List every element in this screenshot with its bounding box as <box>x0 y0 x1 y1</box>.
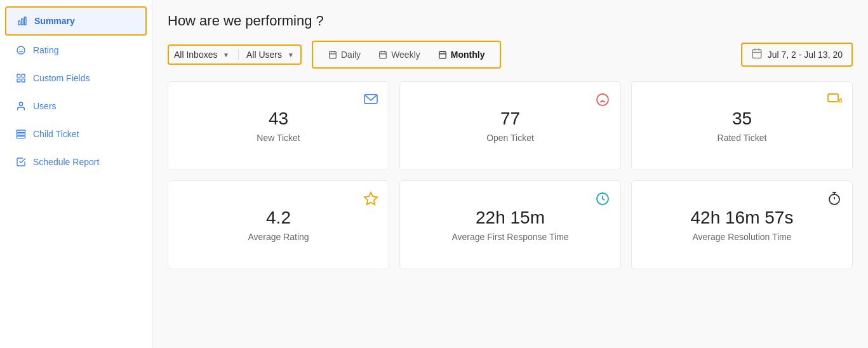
date-range-text: Jul 7, 2 - Jul 13, 20 <box>768 50 843 60</box>
svg-rect-0 <box>18 21 20 25</box>
inbox-select[interactable]: All Inboxes <box>174 50 230 60</box>
svg-point-10 <box>19 102 22 105</box>
sidebar-label-users: Users <box>33 101 57 111</box>
svg-point-31 <box>597 94 608 105</box>
calendar-icon <box>751 48 763 62</box>
svg-point-3 <box>17 46 25 54</box>
svg-rect-14 <box>330 51 337 58</box>
sidebar-label-custom-fields: Custom Fields <box>33 73 90 83</box>
main-content: How are we performing ? All Inboxes ▼ Al… <box>152 0 868 348</box>
clock-icon <box>595 191 610 209</box>
avg-response-value: 22h 15m <box>476 208 545 228</box>
svg-rect-8 <box>17 79 20 82</box>
sidebar-label-rating: Rating <box>33 45 58 55</box>
sidebar: Summary Rating Custom Fields Users <box>0 0 152 348</box>
sidebar-label-summary: Summary <box>34 16 75 26</box>
metric-card-open-ticket: 77 Open Ticket <box>399 81 621 170</box>
new-ticket-value: 43 <box>269 109 288 129</box>
svg-rect-7 <box>22 74 25 77</box>
sidebar-label-child-ticket: Child Ticket <box>33 129 79 139</box>
metric-card-avg-rating: 4.2 Average Rating <box>168 180 389 269</box>
filter-divider <box>238 50 239 60</box>
controls-row: All Inboxes ▼ All Users ▼ Daily Weekly <box>168 41 853 69</box>
svg-rect-6 <box>17 74 20 77</box>
rated-ticket-label: Rated Ticket <box>718 133 767 143</box>
svg-marker-35 <box>839 98 842 102</box>
sidebar-item-users[interactable]: Users <box>5 93 147 119</box>
monthly-icon <box>438 50 447 59</box>
metrics-grid: 43 New Ticket 77 Open Ticket 35 Rated Ti… <box>168 81 853 269</box>
user-icon <box>15 100 27 112</box>
filter-group: All Inboxes ▼ All Users ▼ <box>168 44 302 65</box>
period-group: Daily Weekly Monthly <box>312 41 501 69</box>
monthly-label: Monthly <box>451 50 485 60</box>
metric-card-avg-resolution: 42h 16m 57s Average Resolution Time <box>631 180 853 269</box>
sidebar-item-custom-fields[interactable]: Custom Fields <box>5 65 147 91</box>
svg-marker-36 <box>364 192 377 204</box>
page-title: How are we performing ? <box>168 13 853 29</box>
layers-icon <box>15 128 27 140</box>
smiley-icon <box>15 44 27 56</box>
message-icon <box>363 92 378 110</box>
new-ticket-label: New Ticket <box>257 133 300 143</box>
metric-card-avg-response: 22h 15m Average First Response Time <box>399 180 621 269</box>
weekly-icon <box>378 50 387 59</box>
avg-resolution-value: 42h 16m 57s <box>691 208 794 228</box>
date-range-group[interactable]: Jul 7, 2 - Jul 13, 20 <box>741 43 853 67</box>
svg-rect-9 <box>22 79 25 82</box>
daily-button[interactable]: Daily <box>321 46 368 64</box>
checkbox-icon <box>15 156 27 168</box>
avg-resolution-label: Average Resolution Time <box>692 232 791 242</box>
avg-rating-label: Average Rating <box>248 232 309 242</box>
svg-rect-1 <box>22 19 23 25</box>
inbox-filter[interactable]: All Inboxes ▼ <box>174 50 230 60</box>
daily-label: Daily <box>341 50 361 60</box>
sidebar-label-schedule-report: Schedule Report <box>33 157 99 167</box>
star-icon <box>363 191 378 209</box>
weekly-label: Weekly <box>391 50 420 60</box>
avg-response-label: Average First Response Time <box>451 232 568 242</box>
user-select[interactable]: All Users <box>246 50 295 60</box>
svg-rect-2 <box>24 17 26 25</box>
open-ticket-label: Open Ticket <box>486 133 534 143</box>
message-star-icon <box>827 92 842 110</box>
sidebar-item-summary[interactable]: Summary <box>5 6 147 36</box>
svg-rect-26 <box>752 50 761 58</box>
rated-ticket-value: 35 <box>732 109 752 129</box>
svg-rect-11 <box>17 130 25 132</box>
sidebar-item-schedule-report[interactable]: Schedule Report <box>5 149 147 175</box>
grid-icon <box>15 72 27 84</box>
svg-rect-13 <box>17 136 25 138</box>
open-ticket-value: 77 <box>500 109 520 129</box>
avg-rating-value: 4.2 <box>266 208 291 228</box>
stopwatch-icon <box>827 191 842 209</box>
svg-rect-22 <box>439 51 446 58</box>
sidebar-item-rating[interactable]: Rating <box>5 37 147 64</box>
user-filter[interactable]: All Users ▼ <box>246 50 295 60</box>
metric-card-new-ticket: 43 New Ticket <box>168 81 389 170</box>
svg-rect-34 <box>828 94 838 102</box>
svg-rect-12 <box>17 133 25 135</box>
svg-rect-18 <box>380 51 387 58</box>
sidebar-item-child-ticket[interactable]: Child Ticket <box>5 121 147 147</box>
weekly-button[interactable]: Weekly <box>371 46 428 64</box>
daily-icon <box>328 50 337 59</box>
metric-card-rated-ticket: 35 Rated Ticket <box>631 81 853 170</box>
monthly-button[interactable]: Monthly <box>431 46 493 64</box>
frown-icon <box>595 92 610 110</box>
bar-chart-icon <box>17 15 28 27</box>
